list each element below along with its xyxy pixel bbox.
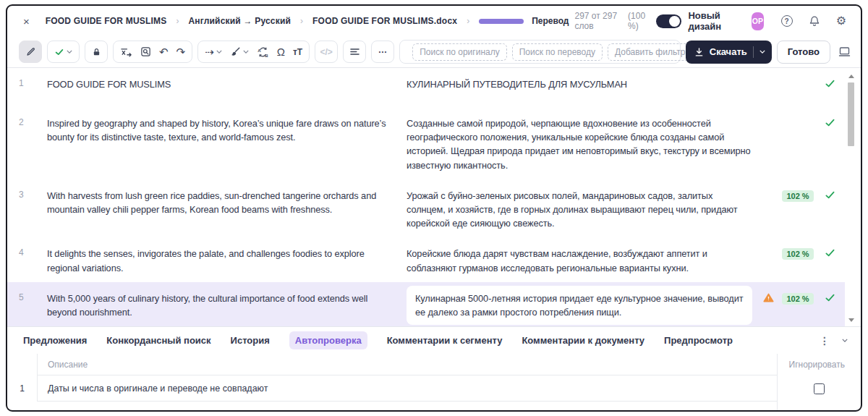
tab-segment-comments[interactable]: Комментарии к сегменту: [387, 335, 503, 346]
segment-source-cell[interactable]: With harvests from lush green rice paddi…: [47, 179, 407, 238]
segment-source-cell[interactable]: It delights the senses, invigorates the …: [47, 237, 407, 281]
tab-document-comments[interactable]: Комментарии к документу: [522, 335, 644, 346]
stage-label: Перевод: [532, 16, 569, 26]
breadcrumb-document[interactable]: FOOD GUIDE FOR MUSLIMS.docx: [312, 16, 457, 26]
segment-row[interactable]: 2 Inspired by geography and shaped by hi…: [7, 107, 845, 179]
confirm-check-button[interactable]: [54, 47, 72, 57]
bell-icon[interactable]: [809, 14, 820, 27]
segment-target-cell[interactable]: Кулинарная 5000-летняя история придает е…: [407, 282, 760, 326]
close-icon[interactable]: ×: [23, 15, 30, 27]
search-target-input[interactable]: Поиск по переводу: [512, 43, 603, 61]
edit-mode-button[interactable]: [19, 41, 42, 63]
help-icon[interactable]: ?: [781, 14, 793, 27]
autocheck-header-row: Описание Игнорировать: [7, 354, 861, 375]
segment-row[interactable]: 1 FOOD GUIDE FOR MUSLIMS КУЛИНАРНЫЙ ПУТЕ…: [7, 68, 845, 107]
avatar[interactable]: OP: [752, 12, 763, 30]
preview-monitor-icon[interactable]: [838, 46, 851, 57]
segment-target-cell[interactable]: Корейские блюда дарят чувствам наслажден…: [407, 237, 760, 281]
change-case-button[interactable]: тТ: [293, 48, 302, 56]
segment-number: 2: [7, 107, 47, 179]
toggle-knob: [669, 16, 680, 27]
download-label: Скачать: [710, 46, 747, 57]
ignore-header: Игнорировать: [777, 354, 861, 375]
insert-tag-button[interactable]: </>: [315, 41, 338, 63]
segment-status: 102 %: [760, 179, 845, 238]
segment-target-cell[interactable]: Урожай с буйно-зеленых рисовых полей, ма…: [407, 179, 760, 238]
redo-button[interactable]: ↷: [176, 46, 186, 57]
machine-translate-button[interactable]: AB: [257, 46, 269, 58]
scroll-down-arrow[interactable]: [848, 318, 854, 322]
confirmed-check-icon[interactable]: [825, 79, 835, 88]
segment-target-cell[interactable]: Созданные самой природой, черпающие вдох…: [407, 107, 760, 179]
segment-status: [760, 107, 845, 179]
kebab-menu-icon[interactable]: ⋮: [820, 335, 830, 347]
confirmed-check-icon[interactable]: [825, 118, 835, 127]
confirmed-check-icon[interactable]: [825, 293, 835, 302]
scroll-up-arrow[interactable]: [848, 75, 854, 78]
copy-source-button[interactable]: [120, 47, 132, 57]
special-characters-button[interactable]: Ω: [277, 46, 285, 57]
tab-concordance-search[interactable]: Конкордансный поиск: [106, 335, 210, 346]
search-source-input[interactable]: Поиск по оригиналу: [412, 43, 507, 61]
confirmed-check-icon[interactable]: [825, 190, 835, 200]
scrollbar-thumb[interactable]: [848, 82, 854, 146]
qa-check-button[interactable]: [140, 46, 151, 57]
tab-autocheck[interactable]: Автопроверка: [289, 331, 367, 349]
warning-icon[interactable]: [763, 293, 774, 302]
download-button[interactable]: Скачать: [686, 41, 772, 64]
autocheck-description: Даты и числа в оригинале и переводе не с…: [38, 375, 777, 402]
chevron-right-icon: ›: [467, 16, 469, 26]
done-button[interactable]: Готово: [777, 41, 830, 64]
copy-source-icon: [120, 47, 132, 57]
chevron-down-icon: [67, 50, 72, 54]
vertical-scrollbar[interactable]: [846, 74, 856, 323]
tags-icon: </>: [320, 48, 332, 56]
segment-source-cell[interactable]: Inspired by geography and shaped by hist…: [47, 107, 407, 179]
breadcrumb-language-pair[interactable]: Английский → Русский: [189, 16, 292, 26]
ignore-checkbox[interactable]: [814, 383, 825, 394]
chevron-right-icon: ›: [300, 16, 303, 26]
check-icon: [54, 47, 64, 57]
confirmed-check-icon[interactable]: [825, 248, 835, 258]
undo-button[interactable]: ↶: [159, 46, 169, 57]
brush-icon: [230, 46, 241, 57]
more-button[interactable]: ···: [371, 41, 394, 63]
chevron-down-icon: [243, 50, 249, 54]
target-editor-card: Кулинарная 5000-летняя история придает е…: [407, 286, 752, 325]
bottom-panel: Предложения Конкордансный поиск История …: [7, 326, 861, 410]
chevron-right-icon: ›: [176, 16, 179, 26]
match-percent-badge: 102 %: [782, 248, 813, 260]
segment-grid: 1 FOOD GUIDE FOR MUSLIMS КУЛИНАРНЫЙ ПУТЕ…: [7, 68, 861, 326]
tab-preview[interactable]: Предпросмотр: [664, 335, 733, 346]
autocheck-row[interactable]: 1 Даты и числа в оригинале и переводе не…: [7, 375, 861, 402]
segment-row[interactable]: 3 With harvests from lush green rice pad…: [7, 179, 845, 238]
svg-text:A: A: [258, 48, 261, 53]
stage-percent: (100 %): [628, 11, 650, 31]
segment-row-selected[interactable]: 5 With 5,000 years of culinary history, …: [7, 282, 845, 326]
text-tools-group: ⇢ AB Ω тТ: [197, 41, 310, 63]
segment-status: [760, 68, 845, 107]
lock-segment-button[interactable]: [85, 41, 108, 63]
top-bar: × FOOD GUIDE FOR MUSLIMS › Английский → …: [7, 6, 861, 36]
tab-suggestions[interactable]: Предложения: [23, 335, 87, 346]
topbar-right: Новый дизайн OP ? ⚙: [656, 10, 846, 32]
document-search-icon: [140, 46, 151, 57]
segment-source-cell[interactable]: FOOD GUIDE FOR MUSLIMS: [47, 68, 407, 107]
breadcrumb-project[interactable]: FOOD GUIDE FOR MUSLIMS: [46, 16, 167, 26]
new-design-toggle[interactable]: [656, 14, 681, 28]
align-lines-icon: [349, 47, 360, 56]
segment-number: 4: [7, 237, 47, 281]
tab-history[interactable]: История: [231, 335, 270, 346]
stage-progress-bar: [479, 19, 524, 24]
segment-target-cell[interactable]: КУЛИНАРНЫЙ ПУТЕВОДИТЕЛЬ ДЛЯ МУСУЛЬМАН: [407, 68, 760, 107]
cleanup-brush-button[interactable]: [230, 46, 249, 57]
segment-source-cell[interactable]: With 5,000 years of culinary history, th…: [47, 282, 407, 326]
layout-toggle-button[interactable]: [343, 41, 366, 63]
gear-icon[interactable]: ⚙: [836, 14, 846, 27]
goto-next-button[interactable]: ⇢: [205, 46, 222, 57]
edit-actions-group: ↶ ↷: [113, 41, 192, 63]
stage-word-count: 297 от 297 слов: [574, 11, 622, 31]
match-percent-badge: 102 %: [782, 190, 813, 202]
collapse-panel-chevron-icon[interactable]: [842, 339, 848, 342]
segment-row[interactable]: 4 It delights the senses, invigorates th…: [7, 237, 845, 281]
